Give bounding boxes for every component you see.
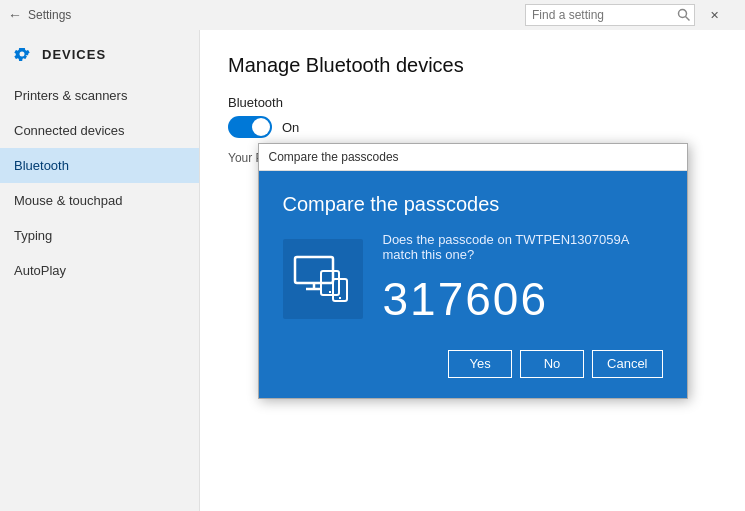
device-icon: [283, 239, 363, 319]
modal-body: Compare the passcodes: [259, 171, 687, 398]
modal-question: Does the passcode on TWTPEN1307059A matc…: [383, 232, 663, 262]
main-content: Manage Bluetooth devices Bluetooth On Yo…: [200, 30, 745, 511]
app-title: Settings: [28, 8, 71, 22]
sidebar-title: DEVICES: [42, 47, 106, 62]
sidebar-item-autoplay[interactable]: AutoPlay: [0, 253, 199, 288]
modal-heading: Compare the passcodes: [283, 193, 663, 216]
modal-content-row: Does the passcode on TWTPEN1307059A matc…: [283, 232, 663, 326]
yes-button[interactable]: Yes: [448, 350, 512, 378]
search-input[interactable]: [526, 5, 674, 25]
modal-passcode: 317606: [383, 272, 663, 326]
compare-passcodes-modal: Compare the passcodes Compare the passco…: [258, 143, 688, 399]
sidebar-nav: Printers & scanners Connected devices Bl…: [0, 78, 199, 288]
sidebar: DEVICES Printers & scanners Connected de…: [0, 30, 200, 511]
sidebar-item-printers[interactable]: Printers & scanners: [0, 78, 199, 113]
sidebar-item-bluetooth[interactable]: Bluetooth: [0, 148, 199, 183]
modal-buttons: Yes No Cancel: [283, 346, 663, 378]
modal-right: Does the passcode on TWTPEN1307059A matc…: [383, 232, 663, 326]
sidebar-item-typing[interactable]: Typing: [0, 218, 199, 253]
title-bar-controls: − □ ✕: [599, 0, 737, 30]
svg-line-1: [686, 17, 690, 21]
app-container: DEVICES Printers & scanners Connected de…: [0, 30, 745, 511]
modal-overlay: Compare the passcodes Compare the passco…: [200, 30, 745, 511]
title-bar-left: ← Settings: [8, 7, 71, 23]
sidebar-header: DEVICES: [0, 30, 199, 74]
devices-svg: [293, 249, 353, 309]
back-icon[interactable]: ←: [8, 7, 22, 23]
sidebar-item-connected[interactable]: Connected devices: [0, 113, 199, 148]
sidebar-item-mouse[interactable]: Mouse & touchpad: [0, 183, 199, 218]
title-bar: ← Settings − □ ✕: [0, 0, 745, 30]
find-setting-search[interactable]: [525, 4, 695, 26]
close-button[interactable]: ✕: [691, 0, 737, 30]
gear-icon: [12, 44, 32, 64]
no-button[interactable]: No: [520, 350, 584, 378]
modal-titlebar: Compare the passcodes: [259, 144, 687, 171]
search-icon: [674, 4, 694, 26]
cancel-button[interactable]: Cancel: [592, 350, 662, 378]
svg-point-0: [679, 10, 687, 18]
